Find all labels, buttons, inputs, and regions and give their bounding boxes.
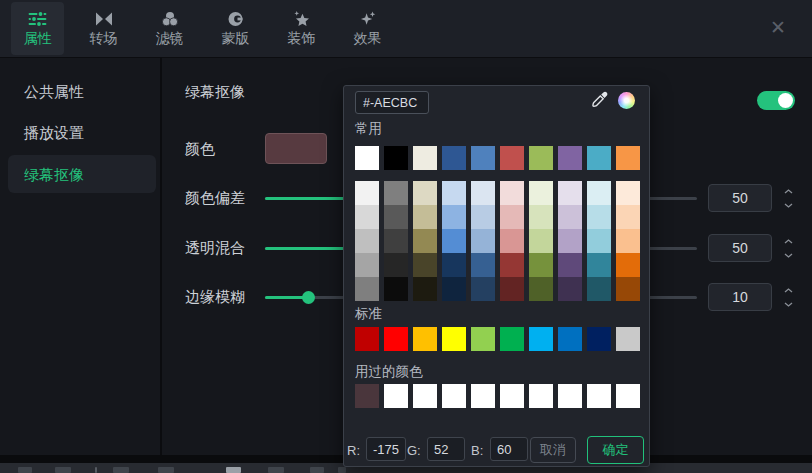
theme-variant-swatch[interactable]: [616, 277, 640, 301]
theme-variant-swatch[interactable]: [471, 277, 495, 301]
used-color-swatch[interactable]: [471, 384, 495, 408]
slider-value-input[interactable]: [708, 184, 772, 212]
tab-decoration[interactable]: 装饰: [275, 2, 328, 55]
used-color-swatch[interactable]: [558, 384, 582, 408]
theme-variant-swatch[interactable]: [471, 253, 495, 277]
theme-variant-swatch[interactable]: [500, 229, 524, 253]
close-icon[interactable]: ✕: [770, 16, 786, 39]
sidebar-item-green-screen[interactable]: 绿幕抠像: [24, 166, 84, 185]
used-color-swatch[interactable]: [384, 384, 408, 408]
slider-value-input[interactable]: [708, 234, 772, 262]
standard-color-swatch[interactable]: [587, 327, 611, 351]
theme-variant-swatch[interactable]: [587, 205, 611, 229]
theme-variant-swatch[interactable]: [558, 229, 582, 253]
theme-variant-swatch[interactable]: [355, 205, 379, 229]
theme-variant-swatch[interactable]: [413, 229, 437, 253]
theme-variant-swatch[interactable]: [500, 253, 524, 277]
confirm-button[interactable]: 确定: [587, 436, 644, 464]
theme-variant-swatch[interactable]: [384, 253, 408, 277]
standard-color-swatch[interactable]: [500, 327, 524, 351]
standard-color-swatch[interactable]: [558, 327, 582, 351]
theme-color-swatch[interactable]: [413, 146, 437, 170]
theme-variant-swatch[interactable]: [529, 229, 553, 253]
spinner-down-button[interactable]: [780, 248, 797, 262]
theme-variant-swatch[interactable]: [384, 277, 408, 301]
spinner-up-button[interactable]: [780, 283, 797, 297]
theme-variant-swatch[interactable]: [558, 205, 582, 229]
theme-variant-swatch[interactable]: [558, 277, 582, 301]
theme-variant-swatch[interactable]: [616, 205, 640, 229]
theme-variant-swatch[interactable]: [442, 181, 466, 205]
theme-variant-swatch[interactable]: [529, 181, 553, 205]
cancel-button[interactable]: 取消: [530, 437, 576, 463]
standard-color-swatch[interactable]: [413, 327, 437, 351]
tab-transitions[interactable]: 转场: [77, 2, 130, 55]
theme-color-swatch[interactable]: [500, 146, 524, 170]
eyedropper-icon[interactable]: [591, 91, 609, 109]
spinner-down-button[interactable]: [780, 198, 797, 212]
used-color-swatch[interactable]: [616, 384, 640, 408]
theme-variant-swatch[interactable]: [413, 205, 437, 229]
standard-color-swatch[interactable]: [529, 327, 553, 351]
g-input[interactable]: [427, 437, 465, 461]
tab-filters[interactable]: 滤镜: [143, 2, 196, 55]
tab-effects[interactable]: 效果: [341, 2, 394, 55]
theme-variant-swatch[interactable]: [413, 253, 437, 277]
theme-variant-swatch[interactable]: [355, 229, 379, 253]
theme-variant-swatch[interactable]: [442, 205, 466, 229]
theme-variant-swatch[interactable]: [587, 277, 611, 301]
theme-variant-swatch[interactable]: [413, 181, 437, 205]
theme-variant-swatch[interactable]: [384, 229, 408, 253]
theme-variant-swatch[interactable]: [355, 181, 379, 205]
used-color-swatch[interactable]: [529, 384, 553, 408]
theme-variant-swatch[interactable]: [529, 205, 553, 229]
theme-variant-swatch[interactable]: [500, 277, 524, 301]
theme-color-swatch[interactable]: [384, 146, 408, 170]
theme-variant-swatch[interactable]: [616, 181, 640, 205]
used-color-swatch[interactable]: [355, 384, 379, 408]
theme-variant-swatch[interactable]: [355, 277, 379, 301]
theme-variant-swatch[interactable]: [500, 181, 524, 205]
theme-variant-swatch[interactable]: [413, 277, 437, 301]
theme-color-swatch[interactable]: [442, 146, 466, 170]
tab-properties[interactable]: 属性: [11, 2, 64, 55]
slider-thumb[interactable]: [302, 291, 315, 304]
theme-variant-swatch[interactable]: [384, 205, 408, 229]
theme-color-swatch[interactable]: [587, 146, 611, 170]
spinner-up-button[interactable]: [780, 184, 797, 198]
theme-variant-swatch[interactable]: [529, 277, 553, 301]
theme-variant-swatch[interactable]: [587, 181, 611, 205]
standard-color-swatch[interactable]: [442, 327, 466, 351]
used-color-swatch[interactable]: [500, 384, 524, 408]
theme-variant-swatch[interactable]: [529, 253, 553, 277]
theme-variant-swatch[interactable]: [587, 253, 611, 277]
r-input[interactable]: [366, 437, 406, 461]
theme-variant-swatch[interactable]: [355, 253, 379, 277]
standard-color-swatch[interactable]: [616, 327, 640, 351]
used-color-swatch[interactable]: [442, 384, 466, 408]
slider-value-input[interactable]: [708, 283, 772, 311]
theme-variant-swatch[interactable]: [471, 181, 495, 205]
b-input[interactable]: [490, 437, 528, 461]
theme-variant-swatch[interactable]: [442, 253, 466, 277]
theme-color-swatch[interactable]: [471, 146, 495, 170]
theme-variant-swatch[interactable]: [587, 229, 611, 253]
used-color-swatch[interactable]: [587, 384, 611, 408]
theme-color-swatch[interactable]: [529, 146, 553, 170]
standard-color-swatch[interactable]: [355, 327, 379, 351]
standard-color-swatch[interactable]: [471, 327, 495, 351]
theme-color-swatch[interactable]: [616, 146, 640, 170]
sidebar-item-common-properties[interactable]: 公共属性: [24, 83, 84, 102]
standard-color-swatch[interactable]: [384, 327, 408, 351]
hex-color-input[interactable]: [355, 91, 429, 114]
theme-variant-swatch[interactable]: [471, 229, 495, 253]
sidebar-item-playback-settings[interactable]: 播放设置: [24, 124, 84, 143]
color-wheel-icon[interactable]: [618, 92, 635, 109]
theme-variant-swatch[interactable]: [616, 229, 640, 253]
theme-color-swatch[interactable]: [355, 146, 379, 170]
theme-variant-swatch[interactable]: [558, 253, 582, 277]
theme-variant-swatch[interactable]: [384, 181, 408, 205]
theme-variant-swatch[interactable]: [558, 181, 582, 205]
theme-variant-swatch[interactable]: [471, 205, 495, 229]
theme-variant-swatch[interactable]: [616, 253, 640, 277]
